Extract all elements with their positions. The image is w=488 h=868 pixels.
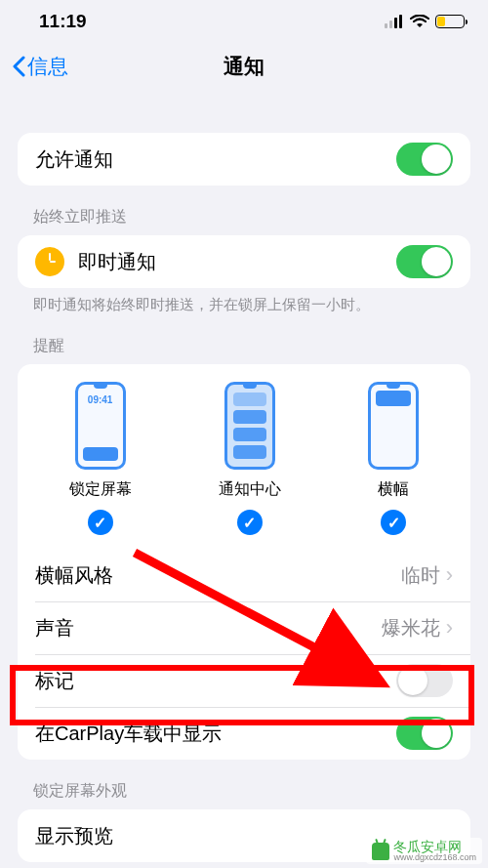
alert-option-lockscreen[interactable]: 09:41 锁定屏幕 ✓: [69, 382, 132, 535]
status-time: 11:19: [39, 11, 87, 32]
svg-rect-3: [399, 15, 402, 28]
back-label: 信息: [27, 53, 68, 80]
alerts-group: 09:41 锁定屏幕 ✓ 通知中心 ✓ 横幅 ✓ 横幅风格 临时 › 声音 爆米…: [18, 364, 470, 760]
alert-option-center[interactable]: 通知中心 ✓: [219, 382, 281, 535]
banner-style-value: 临时: [401, 562, 440, 589]
check-icon: ✓: [381, 510, 406, 535]
timely-footer: 即时通知将始终即时推送，并在锁屏上保留一小时。: [33, 296, 455, 314]
allow-label: 允许通知: [35, 146, 396, 173]
check-icon: ✓: [237, 510, 263, 535]
banner-style-label: 横幅风格: [35, 562, 401, 589]
banner-style-row[interactable]: 横幅风格 临时 ›: [18, 549, 470, 601]
sound-row[interactable]: 声音 爆米花 ›: [18, 601, 470, 654]
allow-group: 允许通知: [18, 133, 470, 186]
alert-banner-label: 横幅: [378, 479, 409, 500]
timely-label: 即时通知: [78, 249, 396, 275]
phone-preview-lock: 09:41: [75, 382, 126, 470]
svg-rect-2: [394, 18, 397, 28]
alert-center-label: 通知中心: [219, 479, 281, 500]
cellular-icon: [385, 15, 404, 28]
alerts-options: 09:41 锁定屏幕 ✓ 通知中心 ✓ 横幅 ✓: [18, 364, 470, 549]
svg-rect-0: [385, 23, 387, 28]
phone-preview-banner: [368, 382, 419, 470]
carplay-row[interactable]: 在CarPlay车载中显示: [18, 707, 470, 760]
alerts-header: 提醒: [33, 336, 455, 356]
back-button[interactable]: 信息: [0, 53, 68, 80]
alert-lock-label: 锁定屏幕: [69, 479, 132, 500]
watermark-text: 冬瓜安卓网: [393, 840, 476, 853]
carplay-label: 在CarPlay车载中显示: [35, 721, 396, 747]
allow-notifications-row[interactable]: 允许通知: [18, 133, 470, 186]
watermark-url: www.dgxcdz168.com: [393, 853, 476, 862]
sound-value: 爆米花: [382, 615, 440, 641]
chevron-left-icon: [12, 56, 25, 77]
timely-row[interactable]: 即时通知: [18, 235, 470, 288]
check-icon: ✓: [88, 510, 113, 535]
chevron-right-icon: ›: [446, 615, 453, 641]
timely-group: 即时通知: [18, 235, 470, 288]
clock-icon: [35, 247, 64, 276]
lockscreen-header: 锁定屏幕外观: [33, 781, 455, 802]
badge-toggle[interactable]: [396, 664, 453, 697]
timely-toggle[interactable]: [396, 245, 453, 278]
carplay-toggle[interactable]: [396, 717, 453, 750]
status-icons: [385, 15, 465, 28]
timely-header: 始终立即推送: [33, 207, 455, 227]
allow-toggle[interactable]: [396, 143, 453, 176]
badge-label: 标记: [35, 668, 396, 694]
chevron-right-icon: ›: [446, 562, 453, 588]
badge-row[interactable]: 标记: [18, 654, 470, 707]
alert-option-banner[interactable]: 横幅 ✓: [368, 382, 419, 535]
battery-icon: [435, 15, 465, 28]
wifi-icon: [410, 15, 429, 28]
phone-preview-center: [224, 382, 275, 470]
android-icon: [372, 843, 389, 860]
status-bar: 11:19: [0, 0, 488, 43]
page-title: 通知: [0, 53, 488, 80]
watermark: 冬瓜安卓网 www.dgxcdz168.com: [366, 838, 482, 864]
sound-label: 声音: [35, 615, 382, 641]
nav-bar: 信息 通知: [0, 43, 488, 90]
svg-rect-1: [389, 21, 392, 28]
